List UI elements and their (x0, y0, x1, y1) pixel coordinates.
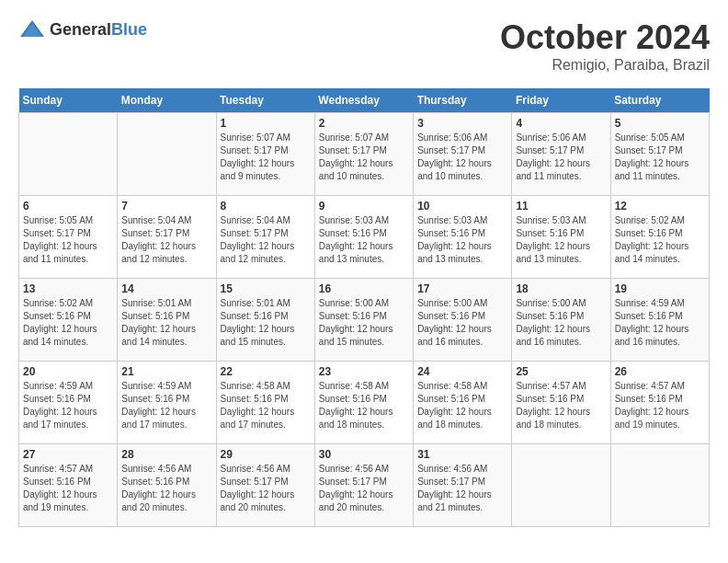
table-cell: 21Sunrise: 4:59 AMSunset: 5:16 PMDayligh… (118, 362, 216, 444)
day-number: 16 (319, 282, 409, 295)
day-info: Sunrise: 4:58 AMSunset: 5:16 PMDaylight:… (417, 380, 507, 431)
day-number: 30 (319, 448, 409, 461)
page-header: GeneralBlue October 2024 Remigio, Paraib… (18, 18, 710, 74)
table-cell: 5Sunrise: 5:05 AMSunset: 5:17 PMDaylight… (610, 113, 709, 196)
day-number: 11 (516, 200, 606, 213)
table-cell: 15Sunrise: 5:01 AMSunset: 5:16 PMDayligh… (216, 279, 314, 362)
table-cell: 30Sunrise: 4:56 AMSunset: 5:17 PMDayligh… (314, 444, 413, 527)
day-number: 24 (417, 365, 507, 378)
calendar-body: 1Sunrise: 5:07 AMSunset: 5:17 PMDaylight… (19, 113, 710, 527)
day-info: Sunrise: 5:01 AMSunset: 5:16 PMDaylight:… (221, 297, 311, 349)
day-info: Sunrise: 4:57 AMSunset: 5:16 PMDaylight:… (516, 380, 606, 431)
day-number: 25 (516, 365, 606, 378)
title-area: October 2024 Remigio, Paraiba, Brazil (500, 18, 710, 74)
table-cell: 12Sunrise: 5:02 AMSunset: 5:16 PMDayligh… (610, 196, 709, 279)
day-info: Sunrise: 5:01 AMSunset: 5:16 PMDaylight:… (121, 297, 211, 349)
day-info: Sunrise: 4:56 AMSunset: 5:16 PMDaylight:… (121, 463, 211, 514)
table-cell: 29Sunrise: 4:56 AMSunset: 5:17 PMDayligh… (216, 444, 314, 527)
day-info: Sunrise: 4:59 AMSunset: 5:16 PMDaylight:… (23, 380, 113, 431)
table-cell: 6Sunrise: 5:05 AMSunset: 5:17 PMDaylight… (19, 196, 118, 279)
col-thursday: Thursday (414, 88, 512, 113)
day-number: 27 (23, 448, 113, 461)
day-number: 17 (417, 282, 507, 295)
day-number: 1 (221, 117, 311, 130)
day-number: 14 (121, 282, 211, 295)
day-info: Sunrise: 4:56 AMSunset: 5:17 PMDaylight:… (221, 463, 311, 514)
table-cell: 17Sunrise: 5:00 AMSunset: 5:16 PMDayligh… (414, 279, 512, 362)
table-cell (610, 444, 709, 527)
day-info: Sunrise: 5:06 AMSunset: 5:17 PMDaylight:… (417, 132, 507, 183)
day-info: Sunrise: 4:57 AMSunset: 5:16 PMDaylight:… (615, 380, 705, 431)
day-info: Sunrise: 4:57 AMSunset: 5:16 PMDaylight:… (23, 463, 113, 514)
day-info: Sunrise: 4:58 AMSunset: 5:16 PMDaylight:… (221, 380, 311, 431)
day-number: 3 (417, 117, 507, 130)
table-cell: 25Sunrise: 4:57 AMSunset: 5:16 PMDayligh… (512, 362, 610, 444)
day-number: 28 (121, 448, 211, 461)
table-cell (118, 113, 216, 196)
header-row: Sunday Monday Tuesday Wednesday Thursday… (19, 88, 710, 113)
day-number: 26 (615, 365, 705, 378)
table-cell (19, 113, 118, 196)
table-cell: 11Sunrise: 5:03 AMSunset: 5:16 PMDayligh… (512, 196, 610, 279)
day-number: 20 (23, 365, 113, 378)
table-cell: 22Sunrise: 4:58 AMSunset: 5:16 PMDayligh… (216, 362, 314, 444)
day-number: 8 (221, 200, 311, 213)
week-row-2: 6Sunrise: 5:05 AMSunset: 5:17 PMDaylight… (19, 196, 710, 279)
table-cell: 20Sunrise: 4:59 AMSunset: 5:16 PMDayligh… (19, 362, 118, 444)
table-cell: 16Sunrise: 5:00 AMSunset: 5:16 PMDayligh… (314, 279, 413, 362)
week-row-4: 20Sunrise: 4:59 AMSunset: 5:16 PMDayligh… (19, 362, 710, 444)
day-number: 9 (319, 200, 409, 213)
table-cell: 4Sunrise: 5:06 AMSunset: 5:17 PMDaylight… (512, 113, 610, 196)
table-cell: 8Sunrise: 5:04 AMSunset: 5:17 PMDaylight… (216, 196, 314, 279)
table-cell: 14Sunrise: 5:01 AMSunset: 5:16 PMDayligh… (118, 279, 216, 362)
table-cell: 3Sunrise: 5:06 AMSunset: 5:17 PMDaylight… (414, 113, 512, 196)
table-cell: 31Sunrise: 4:56 AMSunset: 5:17 PMDayligh… (414, 444, 512, 527)
table-cell: 26Sunrise: 4:57 AMSunset: 5:16 PMDayligh… (610, 362, 709, 444)
day-number: 13 (23, 282, 113, 295)
day-info: Sunrise: 5:00 AMSunset: 5:16 PMDaylight:… (417, 297, 507, 349)
calendar-subtitle: Remigio, Paraiba, Brazil (500, 57, 710, 74)
col-monday: Monday (118, 88, 216, 113)
day-info: Sunrise: 4:56 AMSunset: 5:17 PMDaylight:… (417, 463, 507, 514)
table-cell: 28Sunrise: 4:56 AMSunset: 5:16 PMDayligh… (118, 444, 216, 527)
day-number: 22 (221, 365, 311, 378)
day-number: 4 (516, 117, 606, 130)
day-info: Sunrise: 5:04 AMSunset: 5:17 PMDaylight:… (221, 214, 311, 266)
day-info: Sunrise: 4:56 AMSunset: 5:17 PMDaylight:… (319, 463, 409, 514)
day-info: Sunrise: 5:05 AMSunset: 5:17 PMDaylight:… (615, 132, 705, 183)
day-number: 21 (121, 365, 211, 378)
logo-blue: Blue (111, 20, 147, 39)
day-number: 18 (516, 282, 606, 295)
day-number: 12 (615, 200, 705, 213)
day-number: 2 (319, 117, 409, 130)
table-cell: 18Sunrise: 5:00 AMSunset: 5:16 PMDayligh… (512, 279, 610, 362)
col-tuesday: Tuesday (216, 88, 314, 113)
logo: GeneralBlue (18, 18, 147, 40)
day-number: 31 (417, 448, 507, 461)
day-info: Sunrise: 4:58 AMSunset: 5:16 PMDaylight:… (319, 380, 409, 431)
week-row-3: 13Sunrise: 5:02 AMSunset: 5:16 PMDayligh… (19, 279, 710, 362)
day-number: 10 (417, 200, 507, 213)
table-cell: 13Sunrise: 5:02 AMSunset: 5:16 PMDayligh… (19, 279, 118, 362)
day-info: Sunrise: 5:02 AMSunset: 5:16 PMDaylight:… (615, 214, 705, 266)
day-info: Sunrise: 5:07 AMSunset: 5:17 PMDaylight:… (221, 132, 311, 183)
calendar-table: Sunday Monday Tuesday Wednesday Thursday… (18, 88, 710, 527)
logo-icon (18, 18, 46, 40)
day-number: 5 (615, 117, 705, 130)
table-cell: 9Sunrise: 5:03 AMSunset: 5:16 PMDaylight… (314, 196, 413, 279)
col-friday: Friday (512, 88, 610, 113)
day-number: 19 (615, 282, 705, 295)
table-cell: 24Sunrise: 4:58 AMSunset: 5:16 PMDayligh… (414, 362, 512, 444)
table-cell: 1Sunrise: 5:07 AMSunset: 5:17 PMDaylight… (216, 113, 314, 196)
table-cell: 7Sunrise: 5:04 AMSunset: 5:17 PMDaylight… (118, 196, 216, 279)
calendar-header: Sunday Monday Tuesday Wednesday Thursday… (19, 88, 710, 113)
day-info: Sunrise: 5:02 AMSunset: 5:16 PMDaylight:… (23, 297, 113, 349)
table-cell: 10Sunrise: 5:03 AMSunset: 5:16 PMDayligh… (414, 196, 512, 279)
day-number: 23 (319, 365, 409, 378)
day-info: Sunrise: 4:59 AMSunset: 5:16 PMDaylight:… (121, 380, 211, 431)
day-number: 29 (221, 448, 311, 461)
day-info: Sunrise: 5:00 AMSunset: 5:16 PMDaylight:… (516, 297, 606, 349)
day-info: Sunrise: 5:00 AMSunset: 5:16 PMDaylight:… (319, 297, 409, 349)
day-info: Sunrise: 5:06 AMSunset: 5:17 PMDaylight:… (516, 132, 606, 183)
week-row-1: 1Sunrise: 5:07 AMSunset: 5:17 PMDaylight… (19, 113, 710, 196)
